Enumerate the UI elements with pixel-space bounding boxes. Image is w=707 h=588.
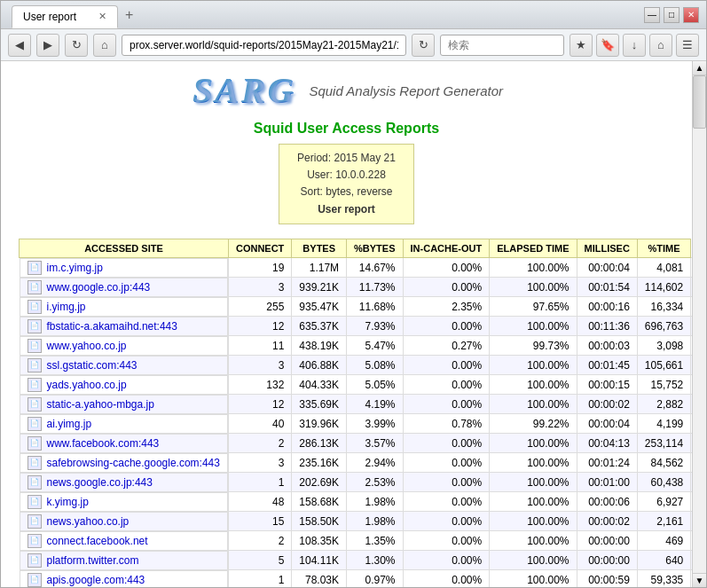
site-link[interactable]: www.google.co.jp:443 <box>47 281 151 294</box>
site-favicon-icon: 📄 <box>27 358 42 372</box>
cell-connect: 3 <box>228 278 291 297</box>
cell-site: 📄yads.yahoo.co.jp <box>20 375 228 395</box>
cell-site: 📄www.yahoo.co.jp <box>20 336 228 356</box>
cell-bytes: 104.11K <box>292 551 347 570</box>
site-link[interactable]: k.yimg.jp <box>47 496 89 508</box>
reload-btn2[interactable]: ↻ <box>412 34 435 57</box>
nav-bar: ◀ ▶ ↻ ⌂ ↻ ★ 🔖 ↓ ⌂ ☰ <box>1 29 706 61</box>
address-bar[interactable] <box>122 35 406 56</box>
cell-elapsed: 00:00:03 <box>577 336 637 356</box>
cell-pbytes: 1.98% <box>347 512 403 531</box>
cell-incache: 0.00% <box>403 375 490 395</box>
user-label: User: <box>307 169 333 181</box>
cell-connect: 255 <box>228 297 291 317</box>
cell-cacheout: 100.00% <box>490 492 577 512</box>
col-header-ptime: %TIME <box>637 239 690 257</box>
table-row: 📄i.yimg.jp255935.47K11.68%2.35%97.65%00:… <box>20 297 693 317</box>
sarg-header: SARG Squid Analysis Report Generator <box>19 70 674 112</box>
cell-elapsed: 00:00:02 <box>577 512 637 531</box>
search-input[interactable] <box>440 35 564 56</box>
reload-button[interactable]: ↻ <box>65 34 88 57</box>
site-link[interactable]: im.c.yimg.jp <box>47 262 103 274</box>
cell-millisec: 114,602 <box>637 278 690 297</box>
site-link[interactable]: apis.google.com:443 <box>47 574 145 586</box>
scroll-down-button[interactable]: ▼ <box>693 573 706 587</box>
cell-cacheout: 99.22% <box>490 414 577 434</box>
site-link[interactable]: safebrowsing-cache.google.com:443 <box>47 457 220 469</box>
cell-bytes: 406.88K <box>292 356 347 375</box>
close-button[interactable]: ✕ <box>683 7 699 23</box>
cell-millisec: 253,114 <box>637 434 690 453</box>
cell-pbytes: 1.35% <box>347 531 403 551</box>
cell-elapsed: 00:01:24 <box>577 453 637 473</box>
scrollbar[interactable]: ▲ ▼ <box>692 61 706 587</box>
scroll-track[interactable] <box>693 75 706 573</box>
cell-bytes: 335.69K <box>292 395 347 414</box>
site-link[interactable]: platform.twitter.com <box>47 554 139 567</box>
cell-cacheout: 100.00% <box>490 257 577 278</box>
home-nav-button[interactable]: ⌂ <box>649 34 672 57</box>
cell-bytes: 935.47K <box>292 297 347 317</box>
cell-bytes: 235.16K <box>292 453 347 473</box>
cell-cacheout: 97.65% <box>490 297 577 317</box>
site-link[interactable]: news.yahoo.co.jp <box>47 515 130 528</box>
cell-connect: 132 <box>228 375 291 395</box>
site-link[interactable]: i.yimg.jp <box>47 301 86 313</box>
period-label: Period: <box>297 152 331 164</box>
bookmark-star-button[interactable]: ★ <box>570 34 593 57</box>
tab-close-button[interactable]: ✕ <box>98 11 106 22</box>
scroll-thumb[interactable] <box>693 75 706 129</box>
report-meta: Period: 2015 May 21 User: 10.0.0.228 Sor… <box>279 144 414 224</box>
minimize-button[interactable]: — <box>644 7 660 23</box>
cell-pbytes: 5.08% <box>347 356 403 375</box>
site-link[interactable]: connect.facebook.net <box>47 535 148 547</box>
cell-incache: 0.00% <box>403 278 490 297</box>
home-button[interactable]: ⌂ <box>93 34 116 57</box>
table-row: 📄news.yahoo.co.jp15158.50K1.98%0.00%100.… <box>20 512 693 531</box>
site-favicon-icon: 📄 <box>27 280 42 294</box>
cell-pbytes: 0.97% <box>347 570 403 587</box>
cell-pbytes: 14.67% <box>347 257 403 278</box>
cell-incache: 0.00% <box>403 492 490 512</box>
cell-pbytes: 2.94% <box>347 453 403 473</box>
cell-connect: 1 <box>228 473 291 492</box>
site-link[interactable]: static-a.yahoo-mbga.jp <box>47 398 154 411</box>
site-link[interactable]: ai.yimg.jp <box>47 418 92 430</box>
site-link[interactable]: fbstatic-a.akamaihd.net:443 <box>47 320 177 333</box>
site-link[interactable]: yads.yahoo.co.jp <box>47 379 127 391</box>
cell-pbytes: 5.47% <box>347 336 403 356</box>
cell-connect: 2 <box>228 434 291 453</box>
cell-bytes: 438.19K <box>292 336 347 356</box>
back-button[interactable]: ◀ <box>8 34 31 57</box>
tab-label: User report <box>23 11 76 23</box>
active-tab[interactable]: User report ✕ <box>12 5 118 28</box>
maximize-button[interactable]: □ <box>664 7 680 23</box>
site-favicon-icon: 📄 <box>27 534 42 548</box>
cell-millisec: 6,927 <box>637 492 690 512</box>
scroll-up-button[interactable]: ▲ <box>693 61 706 75</box>
site-favicon-icon: 📄 <box>27 300 42 314</box>
table-row: 📄static-a.yahoo-mbga.jp12335.69K4.19%0.0… <box>20 395 693 414</box>
site-favicon-icon: 📄 <box>27 573 42 587</box>
site-favicon-icon: 📄 <box>27 436 42 451</box>
site-link[interactable]: news.google.co.jp:443 <box>47 476 153 489</box>
cell-millisec: 15,752 <box>637 375 690 395</box>
cell-incache: 0.00% <box>403 434 490 453</box>
bookmark-button[interactable]: 🔖 <box>596 34 619 57</box>
site-favicon-icon: 📄 <box>27 417 42 431</box>
site-link[interactable]: ssl.gstatic.com:443 <box>47 359 137 372</box>
cell-site: 📄k.yimg.jp <box>20 492 228 512</box>
site-link[interactable]: www.yahoo.co.jp <box>47 340 127 352</box>
nav-icon-group: ★ 🔖 ↓ ⌂ ☰ <box>570 34 699 57</box>
cell-site: 📄platform.twitter.com <box>20 551 228 570</box>
download-button[interactable]: ↓ <box>623 34 646 57</box>
cell-incache: 0.00% <box>403 257 490 278</box>
cell-bytes: 286.13K <box>292 434 347 453</box>
forward-button[interactable]: ▶ <box>36 34 59 57</box>
menu-button[interactable]: ☰ <box>676 34 699 57</box>
cell-incache: 0.00% <box>403 473 490 492</box>
new-tab-button[interactable]: + <box>120 7 138 23</box>
site-link[interactable]: www.facebook.com:443 <box>47 437 160 450</box>
cell-pbytes: 1.98% <box>347 492 403 512</box>
site-favicon-icon: 📄 <box>27 456 42 470</box>
